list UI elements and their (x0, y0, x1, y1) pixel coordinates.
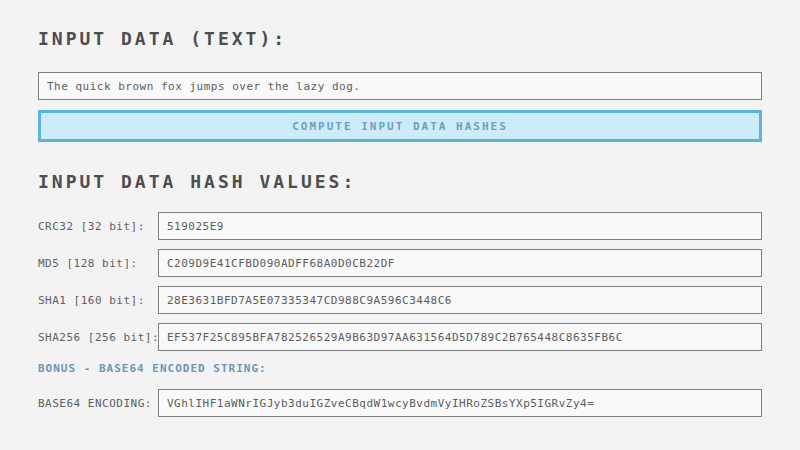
sha256-label: SHA256 [256 bit]: (38, 331, 158, 344)
sha1-value-field[interactable] (158, 286, 762, 314)
input-data-title: INPUT DATA (TEXT): (38, 28, 762, 49)
base64-row: BASE64 ENCODING: (38, 389, 762, 417)
compute-hashes-button[interactable]: COMPUTE INPUT DATA HASHES (38, 110, 762, 142)
crc32-label: CRC32 [32 bit]: (38, 220, 158, 233)
md5-label: MD5 [128 bit]: (38, 257, 158, 270)
base64-value-field[interactable] (158, 389, 762, 417)
input-data-field[interactable] (38, 72, 762, 100)
hash-rows: CRC32 [32 bit]: MD5 [128 bit]: SHA1 [160… (38, 212, 762, 351)
base64-label: BASE64 ENCODING: (38, 397, 158, 410)
crc32-value-field[interactable] (158, 212, 762, 240)
hash-row-md5: MD5 [128 bit]: (38, 249, 762, 277)
hash-values-title: INPUT DATA HASH VALUES: (38, 171, 762, 192)
bonus-section-title: BONUS - BASE64 ENCODED STRING: (38, 362, 762, 375)
hash-row-sha1: SHA1 [160 bit]: (38, 286, 762, 314)
hash-row-crc32: CRC32 [32 bit]: (38, 212, 762, 240)
sha256-value-field[interactable] (158, 323, 762, 351)
sha1-label: SHA1 [160 bit]: (38, 294, 158, 307)
hash-tool-page: INPUT DATA (TEXT): COMPUTE INPUT DATA HA… (0, 28, 800, 450)
md5-value-field[interactable] (158, 249, 762, 277)
hash-row-sha256: SHA256 [256 bit]: (38, 323, 762, 351)
